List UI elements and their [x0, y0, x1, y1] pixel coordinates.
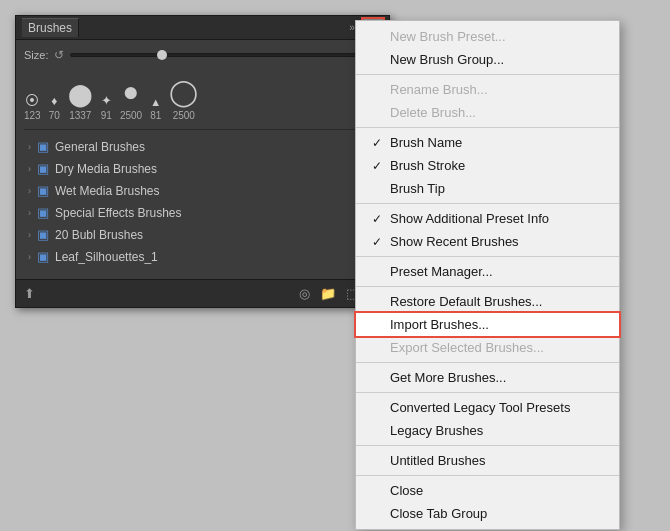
brush-num-1: 123	[24, 110, 41, 121]
brush-list: › ▣ General Brushes › ▣ Dry Media Brushe…	[24, 136, 381, 267]
brush-icon-4: ✦	[101, 93, 112, 108]
menu-item-label: New Brush Group...	[390, 52, 603, 67]
menu-item-rename-brush: Rename Brush...	[356, 78, 619, 101]
menu-item-new-brush-group[interactable]: New Brush Group...	[356, 48, 619, 71]
brush-group-wet[interactable]: › ▣ Wet Media Brushes	[24, 180, 381, 201]
brush-icon-3: ⬤	[68, 82, 93, 108]
menu-item-label: Import Brushes...	[390, 317, 603, 332]
chevron-icon: ›	[28, 142, 31, 152]
menu-item-label: Delete Brush...	[390, 105, 603, 120]
panel-titlebar: Brushes » ☰	[16, 16, 389, 40]
folder-icon: ▣	[37, 139, 49, 154]
brush-num-4: 91	[101, 110, 112, 121]
menu-item-label: Legacy Brushes	[390, 423, 603, 438]
menu-divider	[356, 127, 619, 128]
menu-item-delete-brush: Delete Brush...	[356, 101, 619, 124]
context-menu: New Brush Preset... New Brush Group... R…	[355, 20, 620, 530]
menu-item-brush-name[interactable]: ✓ Brush Name	[356, 131, 619, 154]
brush-preset-4[interactable]: ✦ 91	[101, 93, 112, 121]
menu-divider	[356, 203, 619, 204]
bottom-new-icon[interactable]: ⬆	[24, 286, 35, 301]
menu-item-label: Export Selected Brushes...	[390, 340, 603, 355]
chevron-icon: ›	[28, 252, 31, 262]
menu-item-converted-legacy-tool-presets[interactable]: Converted Legacy Tool Presets	[356, 396, 619, 419]
menu-divider	[356, 445, 619, 446]
menu-divider	[356, 74, 619, 75]
size-slider[interactable]	[70, 53, 357, 57]
brush-preset-2[interactable]: ♦ 70	[49, 94, 60, 121]
menu-item-label: Brush Name	[390, 135, 603, 150]
panel-bottom-bar: ⬆ ◎ 📁 ⬚ 🗑	[16, 279, 389, 307]
menu-item-label: Close Tab Group	[390, 506, 603, 521]
scene: Brushes » ☰ Size: ↺ ✎ ⦿ 123	[0, 0, 670, 531]
folder-icon: ▣	[37, 161, 49, 176]
menu-item-show-additional-preset-info[interactable]: ✓ Show Additional Preset Info	[356, 207, 619, 230]
size-slider-thumb	[157, 50, 167, 60]
brush-group-label: Special Effects Brushes	[55, 206, 182, 220]
brush-icon-2: ♦	[51, 94, 57, 108]
folder-icon: ▣	[37, 227, 49, 242]
brush-group-label: Wet Media Brushes	[55, 184, 160, 198]
menu-item-close-tab-group[interactable]: Close Tab Group	[356, 502, 619, 525]
brush-num-3: 1337	[69, 110, 91, 121]
check-mark: ✓	[372, 212, 386, 226]
brush-preset-5[interactable]: ● 2500	[120, 76, 142, 121]
size-label: Size:	[24, 49, 48, 61]
brush-preset-6[interactable]: ▲ 81	[150, 96, 161, 121]
brush-group-label: General Brushes	[55, 140, 145, 154]
menu-divider	[356, 286, 619, 287]
brush-group-bubl[interactable]: › ▣ 20 Bubl Brushes	[24, 224, 381, 245]
brush-group-label: Leaf_Silhouettes_1	[55, 250, 158, 264]
brushes-panel: Brushes » ☰ Size: ↺ ✎ ⦿ 123	[15, 15, 390, 308]
menu-item-label: Show Additional Preset Info	[390, 211, 603, 226]
size-row: Size: ↺ ✎	[24, 46, 381, 64]
menu-item-label: Get More Brushes...	[390, 370, 603, 385]
brush-presets-row: ⦿ 123 ♦ 70 ⬤ 1337 ✦ 91 ● 2500	[24, 72, 381, 130]
check-mark: ✓	[372, 235, 386, 249]
check-mark: ✓	[372, 136, 386, 150]
size-reset-button[interactable]: ↺	[54, 48, 64, 62]
menu-item-restore-default-brushes[interactable]: Restore Default Brushes...	[356, 290, 619, 313]
brush-group-special[interactable]: › ▣ Special Effects Brushes	[24, 202, 381, 223]
brush-num-6: 81	[150, 110, 161, 121]
check-mark: ✓	[372, 159, 386, 173]
menu-item-untitled-brushes[interactable]: Untitled Brushes	[356, 449, 619, 472]
brush-preset-3[interactable]: ⬤ 1337	[68, 82, 93, 121]
menu-item-label: New Brush Preset...	[390, 29, 603, 44]
menu-divider	[356, 475, 619, 476]
menu-item-show-recent-brushes[interactable]: ✓ Show Recent Brushes	[356, 230, 619, 253]
brush-group-label: 20 Bubl Brushes	[55, 228, 143, 242]
brush-icon-5: ●	[123, 76, 140, 108]
chevron-icon: ›	[28, 186, 31, 196]
menu-item-get-more-brushes[interactable]: Get More Brushes...	[356, 366, 619, 389]
menu-item-brush-tip[interactable]: Brush Tip	[356, 177, 619, 200]
menu-item-label: Rename Brush...	[390, 82, 603, 97]
brush-num-2: 70	[49, 110, 60, 121]
folder-icon: ▣	[37, 249, 49, 264]
bottom-view-icon[interactable]: ◎	[299, 286, 310, 301]
brush-group-leaf[interactable]: › ▣ Leaf_Silhouettes_1	[24, 246, 381, 267]
menu-item-legacy-brushes[interactable]: Legacy Brushes	[356, 419, 619, 442]
brush-num-7: 2500	[173, 110, 195, 121]
menu-item-label: Brush Stroke	[390, 158, 603, 173]
brush-group-dry[interactable]: › ▣ Dry Media Brushes	[24, 158, 381, 179]
menu-divider	[356, 392, 619, 393]
bottom-folder-icon[interactable]: 📁	[320, 286, 336, 301]
brush-group-general[interactable]: › ▣ General Brushes	[24, 136, 381, 157]
folder-icon: ▣	[37, 183, 49, 198]
brush-group-label: Dry Media Brushes	[55, 162, 157, 176]
menu-item-new-brush-preset: New Brush Preset...	[356, 25, 619, 48]
menu-item-label: Show Recent Brushes	[390, 234, 603, 249]
brush-preset-1[interactable]: ⦿ 123	[24, 92, 41, 121]
menu-item-preset-manager[interactable]: Preset Manager...	[356, 260, 619, 283]
chevron-icon: ›	[28, 164, 31, 174]
brush-preset-7[interactable]: ◯ 2500	[169, 77, 198, 121]
menu-item-label: Restore Default Brushes...	[390, 294, 603, 309]
menu-item-import-brushes[interactable]: Import Brushes...	[356, 313, 619, 336]
menu-item-brush-stroke[interactable]: ✓ Brush Stroke	[356, 154, 619, 177]
panel-tab-brushes[interactable]: Brushes	[22, 18, 79, 37]
menu-item-label: Brush Tip	[390, 181, 603, 196]
menu-item-close[interactable]: Close	[356, 479, 619, 502]
menu-item-label: Close	[390, 483, 603, 498]
menu-item-label: Preset Manager...	[390, 264, 603, 279]
